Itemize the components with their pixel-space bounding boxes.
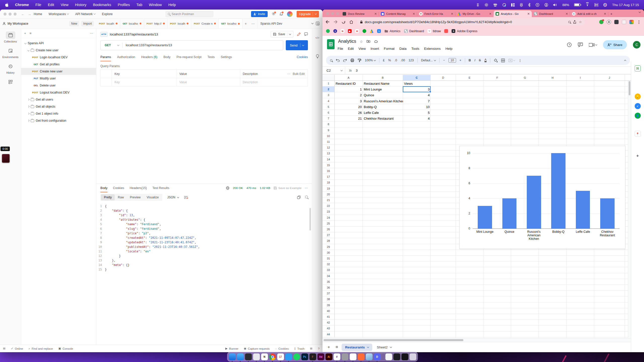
- request-tab-localho[interactable]: GETlocalho: [120, 19, 144, 28]
- bold-button[interactable]: B: [469, 59, 471, 62]
- bookmark-tldraw[interactable]: ∵tldraw: [427, 29, 441, 33]
- extension-dark-icon[interactable]: [614, 20, 619, 24]
- url-bar[interactable]: GET localhost:1337/api/restaurants/13: [100, 40, 283, 50]
- dock-document-icon[interactable]: [385, 353, 392, 360]
- lightbulb-icon[interactable]: [316, 54, 319, 58]
- toolbar-more-icon[interactable]: ⋮: [518, 59, 522, 62]
- column-header-I[interactable]: I: [567, 75, 594, 80]
- row-header-5[interactable]: 5: [323, 104, 335, 110]
- request-login-localhost-dev[interactable]: POSTLogin localhost DEV: [21, 54, 96, 61]
- panel-layout-icon[interactable]: ⊞: [310, 347, 312, 350]
- row-header-19[interactable]: 19: [323, 186, 335, 192]
- volume-icon[interactable]: [553, 3, 557, 7]
- menu-edit[interactable]: Edit: [48, 3, 54, 7]
- row-header-30[interactable]: 30: [323, 250, 335, 256]
- tab-pre-request-script[interactable]: Pre-request Script: [177, 53, 202, 61]
- dock-vscode-icon[interactable]: [285, 353, 292, 360]
- request-tab-localh[interactable]: POSTlocalh: [96, 19, 120, 28]
- version-history-icon[interactable]: [567, 42, 572, 47]
- row-header-13[interactable]: 13: [323, 151, 335, 156]
- account-avatar[interactable]: C: [633, 41, 640, 49]
- calendar-panel-icon[interactable]: 31: [635, 65, 641, 71]
- upgrade-button[interactable]: Upgrade: [297, 11, 319, 17]
- menubar-app-name[interactable]: Chrome: [15, 3, 29, 7]
- share-icon[interactable]: [573, 20, 576, 24]
- request-tab-localho[interactable]: GETlocalho: [219, 19, 243, 28]
- qp-input-description[interactable]: Description: [240, 78, 284, 86]
- row-header-21[interactable]: 21: [323, 197, 335, 203]
- rail-mock[interactable]: [0, 76, 21, 87]
- cell-C1[interactable]: Views: [403, 81, 431, 86]
- postman-search-input[interactable]: Search Postman: [166, 11, 213, 17]
- method-selector[interactable]: GET: [101, 43, 123, 47]
- tab-headers[interactable]: Headers(6): [141, 53, 157, 61]
- request-tab-localh[interactable]: POSTlocalh: [168, 19, 191, 28]
- tab-tests[interactable]: Tests: [208, 53, 215, 61]
- bookmark-youtube[interactable]: ▶: [348, 29, 352, 33]
- dock-chrome-icon[interactable]: [269, 353, 276, 360]
- cell-B5[interactable]: Bobby-Q: [363, 104, 403, 110]
- settings-flower-icon[interactable]: [485, 3, 488, 7]
- browser-tab-content-manag[interactable]: ▦Content Manag✕: [379, 11, 417, 17]
- response-format-dropdown[interactable]: JSON: [165, 194, 181, 200]
- search-response-icon[interactable]: [305, 196, 308, 198]
- more-formats-button[interactable]: 123: [409, 59, 414, 62]
- row-header-17[interactable]: 17: [323, 174, 335, 180]
- row-header-22[interactable]: 22: [323, 203, 335, 209]
- cell-A5[interactable]: 20: [335, 104, 363, 110]
- row-header-35[interactable]: 35: [323, 279, 335, 285]
- spreadsheet-grid[interactable]: ABCDEFGHIJ123456789101112131415161718192…: [323, 75, 631, 338]
- view-preview[interactable]: Preview: [127, 194, 144, 200]
- row-header-31[interactable]: 31: [323, 256, 335, 261]
- dock-finder-icon[interactable]: [229, 353, 236, 360]
- view-raw[interactable]: Raw: [115, 194, 127, 200]
- star-document-icon[interactable]: ☆: [360, 39, 363, 43]
- row-header-36[interactable]: 36: [323, 285, 335, 291]
- print-icon[interactable]: [350, 59, 354, 62]
- toolbar-search-icon[interactable]: [330, 59, 332, 62]
- workspace-title[interactable]: My Workspace: [3, 22, 28, 25]
- panel-more-icon[interactable]: ⋯: [90, 31, 93, 35]
- maps-panel-icon[interactable]: 📍: [635, 131, 641, 137]
- forward-arrow-icon[interactable]: →: [28, 12, 31, 16]
- row-header-37[interactable]: 37: [323, 291, 335, 296]
- row-header-23[interactable]: 23: [323, 209, 335, 215]
- keyboard-icon[interactable]: [476, 3, 479, 7]
- cell-C6[interactable]: 5: [403, 110, 431, 116]
- extension-color-icon[interactable]: [629, 20, 634, 24]
- invite-button[interactable]: Invite: [251, 11, 268, 17]
- row-header-44[interactable]: 44: [323, 332, 335, 337]
- name-box[interactable]: C2: [323, 67, 345, 74]
- user-status-icon[interactable]: [544, 3, 548, 7]
- tree-get-1-object-info[interactable]: Get 1 object info: [21, 110, 96, 117]
- tree-create-new-user[interactable]: Create new user: [21, 47, 96, 54]
- italic-button[interactable]: I: [474, 59, 475, 62]
- extension-adblock-icon[interactable]: [599, 20, 603, 24]
- horizontal-scrollbar[interactable]: [323, 338, 631, 342]
- reload-icon[interactable]: [342, 20, 345, 24]
- dock-xd-icon[interactable]: Xd: [317, 353, 324, 360]
- wifi-icon[interactable]: [585, 3, 589, 6]
- sheets-menu-extensions[interactable]: Extensions: [424, 47, 441, 51]
- sheets-menu-file[interactable]: File: [338, 47, 343, 51]
- row-header-10[interactable]: 10: [323, 133, 335, 139]
- displays-icon[interactable]: [594, 3, 598, 7]
- cell-A6[interactable]: 26: [335, 110, 363, 116]
- row-header-12[interactable]: 12: [323, 145, 335, 151]
- row-header-43[interactable]: 43: [323, 326, 335, 331]
- column-header-D[interactable]: D: [431, 75, 456, 80]
- dock-illustrator-icon[interactable]: Ai: [326, 353, 332, 360]
- cloud-status-icon[interactable]: [374, 39, 378, 43]
- status-runner[interactable]: ▶Runner: [225, 347, 238, 350]
- row-header-3[interactable]: 3: [323, 92, 335, 98]
- bookmark-spotify[interactable]: [326, 29, 330, 33]
- cell-B1[interactable]: Restaurant Name: [363, 81, 403, 86]
- row-header-18[interactable]: 18: [323, 180, 335, 186]
- battery-icon[interactable]: [574, 3, 580, 6]
- gear-icon[interactable]: [272, 12, 275, 16]
- row-header-29[interactable]: 29: [323, 244, 335, 250]
- font-selector[interactable]: Defaul...: [421, 59, 436, 62]
- active-cell-selection[interactable]: [403, 86, 431, 92]
- sheets-logo-icon[interactable]: [327, 39, 335, 49]
- all-sheets-icon[interactable]: ≡: [334, 345, 340, 350]
